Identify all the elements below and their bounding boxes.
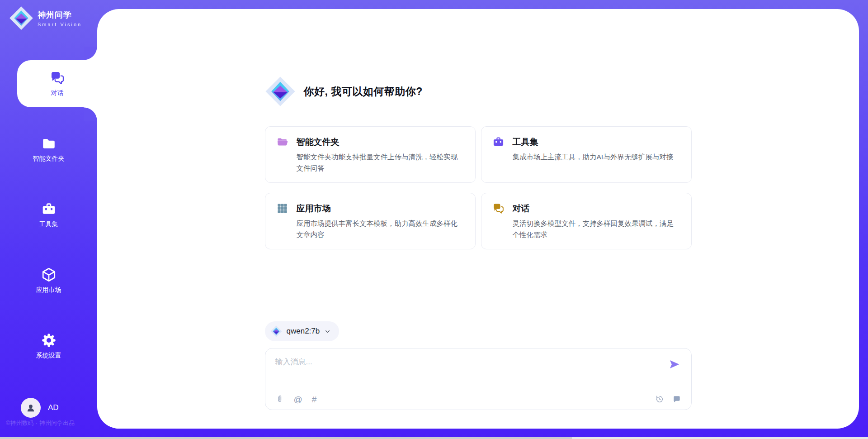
feature-cards: 智能文件夹 智能文件夹功能支持批量文件上传与清洗，轻松实现文件问答 工具集 集成… [265,126,692,249]
conversation-button[interactable] [672,395,681,404]
briefcase-icon [492,136,505,148]
history-button[interactable] [655,395,664,404]
at-icon: @ [294,395,302,404]
card-toolset[interactable]: 工具集 集成市场上主流工具，助力AI与外界无缝扩展与对接 [481,126,692,183]
chat-bubble-icon [672,395,681,404]
send-plane-icon [669,358,680,370]
paperclip-icon [275,395,284,404]
chat-icon [50,70,65,86]
sidebar-item-chat[interactable]: 对话 [17,60,97,107]
sidebar-nav: 对话 智能文件夹 工具集 应用市场 系统设置 [0,60,97,370]
chevron-down-icon [324,328,331,335]
sidebar-item-label: 系统设置 [36,352,61,360]
gear-icon [41,333,57,348]
folder-icon [41,136,57,151]
sidebar-item-app-market[interactable]: 应用市场 [0,257,97,304]
copyright-text: ©神州数码 · 神州问学出品 [6,420,75,427]
card-description: 应用市场提供丰富长文本模板，助力高效生成多样化文章内容 [297,218,464,241]
card-app-market[interactable]: 应用市场 应用市场提供丰富长文本模板，助力高效生成多样化文章内容 [265,193,476,249]
scrollbar-thumb[interactable] [0,437,572,439]
card-title: 工具集 [513,136,538,148]
grid-icon [276,202,288,215]
main-content: 你好, 我可以如何帮助你? 智能文件夹 智能文件夹功能支持批量文件上传与清洗，轻… [97,9,859,429]
chat-icon [492,202,505,215]
card-title: 智能文件夹 [297,136,340,148]
card-smart-folder[interactable]: 智能文件夹 智能文件夹功能支持批量文件上传与清洗，轻松实现文件问答 [265,126,476,183]
greeting-text: 你好, 我可以如何帮助你? [304,85,423,99]
topic-button[interactable]: # [312,395,317,404]
brand-diamond-icon [9,6,33,30]
app-name: 神州问学 [38,10,82,20]
horizontal-scrollbar[interactable] [0,437,868,439]
history-clock-icon [655,395,664,404]
card-description: 灵活切换多模型文件，支持多样回复效果调试，满足个性化需求 [513,218,680,241]
greeting-diamond-icon [265,76,296,107]
card-description: 集成市场上主流工具，助力AI与外界无缝扩展与对接 [513,152,680,163]
hash-icon: # [312,395,317,404]
mention-button[interactable]: @ [294,395,302,404]
sidebar-item-smart-folder[interactable]: 智能文件夹 [0,126,97,173]
send-button[interactable] [669,358,680,370]
avatar [21,398,41,418]
sidebar-item-label: 对话 [51,89,64,97]
app-subtitle: Smart Vision [38,22,82,27]
attach-file-button[interactable] [275,395,284,404]
sidebar-item-label: 应用市场 [36,286,61,294]
card-description: 智能文件夹功能支持批量文件上传与清洗，轻松实现文件问答 [297,152,464,174]
open-folder-icon [276,136,288,148]
composer-divider [273,384,684,384]
user-name: AD [48,403,59,412]
greeting-block: 你好, 我可以如何帮助你? [265,76,423,107]
card-title: 应用市场 [297,203,331,215]
sidebar-item-settings[interactable]: 系统设置 [0,323,97,370]
cube-icon [41,267,57,282]
user-profile[interactable]: AD [21,398,59,418]
model-diamond-icon [270,325,282,337]
message-composer: @ # [265,348,692,410]
model-name: qwen2:7b [287,327,320,336]
sidebar-item-label: 工具集 [39,220,58,229]
sidebar-item-toolset[interactable]: 工具集 [0,191,97,239]
sidebar: 神州问学 Smart Vision 对话 智能文件夹 工具集 应用市场 系统设置 [0,0,97,439]
person-icon [25,402,37,414]
model-selector[interactable]: qwen2:7b [265,321,340,341]
composer-toolbar: @ # [275,395,681,404]
sidebar-item-label: 智能文件夹 [33,155,65,163]
app-logo: 神州问学 Smart Vision [9,6,82,30]
message-input[interactable] [275,357,662,377]
briefcase-icon [41,201,57,217]
card-chat[interactable]: 对话 灵活切换多模型文件，支持多样回复效果调试，满足个性化需求 [481,193,692,249]
card-title: 对话 [513,203,530,215]
